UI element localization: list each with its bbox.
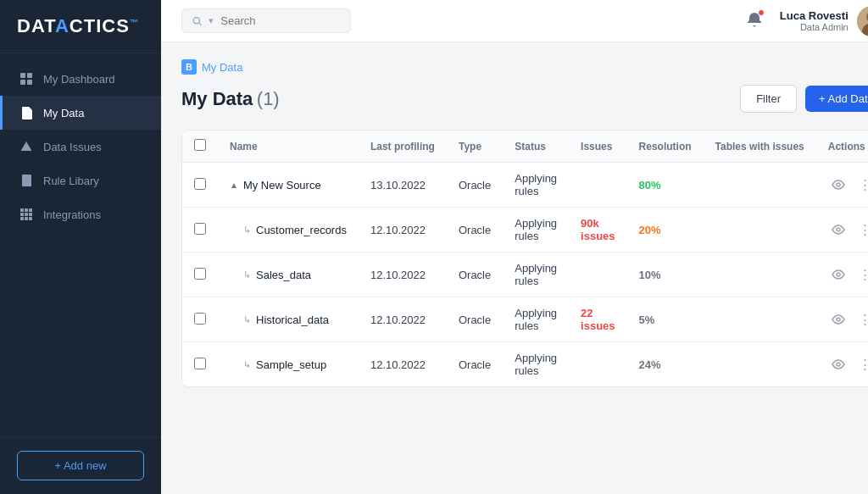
- eye-icon: [832, 225, 845, 235]
- svg-rect-13: [29, 217, 32, 220]
- user-name: Luca Rovesti: [780, 9, 849, 22]
- col-last-profiling: Last profiling: [359, 130, 447, 163]
- svg-rect-3: [27, 80, 32, 85]
- eye-icon: [832, 180, 845, 190]
- add-data-button[interactable]: + Add Data: [805, 86, 868, 112]
- more-options-button[interactable]: ⋮: [855, 175, 868, 194]
- filter-button[interactable]: Filter: [740, 85, 797, 113]
- logo-area: DATACTICS™: [0, 0, 161, 53]
- notification-button[interactable]: [743, 8, 766, 34]
- svg-rect-10: [29, 213, 32, 216]
- sidebar-item-label: Data Issues: [43, 141, 102, 153]
- view-button[interactable]: [828, 176, 849, 194]
- svg-rect-2: [20, 80, 25, 85]
- row-profiling: 12.10.2022: [359, 297, 447, 342]
- row-resolution: 10%: [627, 253, 704, 297]
- more-options-button[interactable]: ⋮: [855, 310, 868, 329]
- sidebar: DATACTICS™ My Dashboard My Data: [0, 0, 161, 494]
- user-role: Data Admin: [780, 22, 849, 32]
- svg-rect-0: [20, 73, 25, 78]
- breadcrumb: B My Data: [181, 59, 868, 75]
- view-button[interactable]: [828, 266, 849, 284]
- table-row: ↳ Sales_data 12.10.2022 Oracle Applying …: [182, 253, 868, 297]
- svg-rect-6: [25, 208, 28, 212]
- sidebar-item-dashboard[interactable]: My Dashboard: [0, 62, 161, 96]
- row-checkbox[interactable]: [194, 268, 206, 280]
- main-area: ▾ Luca Rovesti Data Admin: [161, 0, 868, 494]
- breadcrumb-icon: B: [181, 59, 197, 75]
- sidebar-item-rule-library[interactable]: Rule Libary: [0, 164, 161, 197]
- avatar: [857, 6, 868, 36]
- integrations-icon: [19, 208, 33, 221]
- breadcrumb-text: My Data: [202, 61, 242, 74]
- row-checkbox[interactable]: [194, 358, 206, 369]
- user-details: Luca Rovesti Data Admin: [780, 9, 849, 32]
- row-checkbox[interactable]: [194, 313, 206, 325]
- sidebar-item-label: My Dashboard: [43, 73, 115, 86]
- sidebar-item-label: Rule Libary: [43, 175, 99, 187]
- table-row: ↳ Sample_setup 12.10.2022 Oracle Applyin…: [182, 342, 868, 387]
- sidebar-item-integrations[interactable]: Integrations: [0, 197, 161, 231]
- view-button[interactable]: [828, 221, 849, 239]
- col-type: Type: [447, 130, 503, 163]
- svg-rect-8: [20, 213, 24, 216]
- row-checkbox[interactable]: [194, 178, 206, 190]
- svg-rect-1: [27, 73, 32, 78]
- search-input[interactable]: [220, 14, 340, 27]
- more-options-button[interactable]: ⋮: [855, 355, 868, 374]
- page-header: My Data (1) Filter + Add Data: [181, 85, 868, 113]
- more-options-button[interactable]: ⋮: [855, 220, 868, 239]
- svg-rect-9: [25, 213, 28, 216]
- header-right: Luca Rovesti Data Admin: [743, 6, 868, 36]
- row-actions: ⋮: [816, 297, 868, 342]
- svg-rect-5: [20, 208, 24, 212]
- sidebar-item-my-data[interactable]: My Data: [0, 96, 161, 130]
- view-button[interactable]: [828, 311, 849, 329]
- warning-icon: [19, 140, 33, 153]
- child-indent-icon: ↳: [243, 269, 251, 280]
- row-name: ↳ Customer_records: [218, 208, 359, 253]
- row-status: Applying rules: [503, 297, 569, 342]
- row-status: Applying rules: [503, 253, 569, 297]
- view-button[interactable]: [828, 356, 849, 374]
- app-logo: DATACTICS™: [17, 15, 144, 37]
- row-name: ↳ Historical_data: [218, 297, 359, 342]
- table-row: ↳ Historical_data 12.10.2022 Oracle Appl…: [182, 297, 868, 342]
- header-actions: Filter + Add Data: [740, 85, 868, 113]
- sidebar-item-label: My Data: [43, 107, 84, 119]
- search-bar[interactable]: ▾: [181, 8, 351, 33]
- select-all-checkbox[interactable]: [194, 139, 206, 151]
- col-tables-issues: Tables with issues: [704, 130, 816, 163]
- row-status: Applying rules: [503, 208, 569, 253]
- row-checkbox-cell: [182, 253, 218, 297]
- search-dropdown-arrow: ▾: [209, 15, 214, 26]
- row-issues: 22 issues: [569, 297, 626, 342]
- row-tables-issues: [704, 342, 816, 387]
- row-profiling: 12.10.2022: [359, 253, 447, 297]
- file-icon: [19, 106, 33, 119]
- svg-line-15: [199, 23, 202, 25]
- avatar-image: [857, 6, 868, 36]
- book-icon: [19, 174, 33, 187]
- svg-point-22: [837, 318, 840, 321]
- row-name-text: Historical_data: [256, 314, 329, 326]
- row-type: Oracle: [447, 297, 503, 342]
- expand-icon[interactable]: ▲: [230, 180, 238, 190]
- row-checkbox-cell: [182, 342, 218, 387]
- grid-icon: [19, 72, 33, 86]
- eye-icon: [832, 359, 845, 369]
- add-new-button[interactable]: + Add new: [17, 451, 144, 480]
- sidebar-item-label: Integrations: [43, 208, 101, 221]
- page-title-area: My Data (1): [181, 88, 280, 110]
- row-issues: 90k issues: [569, 208, 626, 253]
- content-area: B My Data My Data (1) Filter + Add Data: [161, 42, 868, 494]
- col-issues: Issues: [569, 130, 626, 163]
- row-checkbox[interactable]: [194, 223, 206, 235]
- row-actions: ⋮: [816, 253, 868, 297]
- more-options-button[interactable]: ⋮: [855, 265, 868, 284]
- sidebar-item-data-issues[interactable]: Data Issues: [0, 130, 161, 164]
- data-table-container: Name Last profiling Type Status Issues R…: [181, 130, 868, 387]
- table-row: ▲ My New Source 13.10.2022 Oracle Applyi…: [182, 163, 868, 208]
- table-header-row: Name Last profiling Type Status Issues R…: [182, 130, 868, 163]
- child-indent-icon: ↳: [243, 225, 251, 236]
